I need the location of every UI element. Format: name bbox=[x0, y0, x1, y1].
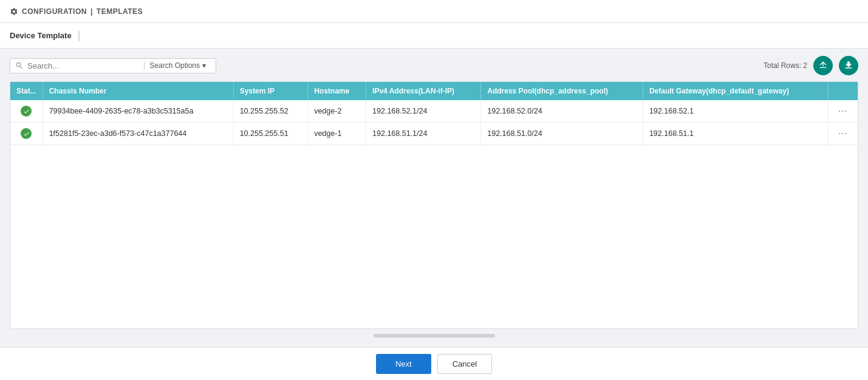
col-header-address-pool: Address Pool(dhcp_address_pool) bbox=[481, 82, 643, 100]
system-ip-cell: 10.255.255.52 bbox=[233, 100, 308, 123]
sub-header: Device Template | bbox=[0, 23, 868, 49]
table-row: 1f5281f5-23ec-a3d6-f573-c47c1a377644 10.… bbox=[10, 123, 858, 145]
templates-label: TEMPLATES bbox=[97, 7, 143, 16]
col-header-ipv4: IPv4 Address(LAN-if-IP) bbox=[366, 82, 481, 100]
status-cell bbox=[10, 100, 43, 123]
chassis-cell: 1f5281f5-23ec-a3d6-f573-c47c1a377644 bbox=[43, 123, 233, 145]
col-header-actions bbox=[828, 82, 858, 100]
system-ip-cell: 10.255.255.51 bbox=[233, 123, 308, 145]
default-gw-cell: 192.168.51.1 bbox=[643, 123, 828, 145]
scroll-indicator bbox=[10, 329, 858, 340]
top-nav: CONFIGURATION | TEMPLATES bbox=[0, 0, 868, 23]
address-pool-cell: 192.168.51.0/24 bbox=[481, 123, 643, 145]
search-icon bbox=[15, 61, 24, 70]
nav-separator: | bbox=[91, 7, 93, 16]
top-nav-title: CONFIGURATION | TEMPLATES bbox=[10, 7, 143, 16]
row-actions-button[interactable]: ··· bbox=[835, 104, 852, 118]
col-header-chassis: Chassis Number bbox=[43, 82, 233, 100]
table-wrapper: Stat... Chassis Number System IP Hostnam… bbox=[10, 81, 858, 329]
checkmark-icon bbox=[23, 131, 30, 137]
status-active-icon bbox=[21, 128, 32, 139]
scroll-track bbox=[374, 334, 495, 338]
actions-cell: ··· bbox=[828, 123, 858, 145]
col-header-status: Stat... bbox=[10, 82, 43, 100]
toolbar: Search Options ▾ Total Rows: 2 bbox=[10, 56, 858, 75]
footer: Next Cancel bbox=[0, 347, 868, 380]
search-input[interactable] bbox=[27, 61, 140, 70]
ipv4-cell: 192.168.51.1/24 bbox=[366, 123, 481, 145]
search-options-button[interactable]: Search Options ▾ bbox=[144, 61, 211, 70]
ipv4-cell: 192.168.52.1/24 bbox=[366, 100, 481, 123]
search-bar: Search Options ▾ bbox=[10, 58, 216, 73]
default-gw-cell: 192.168.52.1 bbox=[643, 100, 828, 123]
download-icon bbox=[844, 61, 853, 70]
actions-cell: ··· bbox=[828, 100, 858, 123]
download-button[interactable] bbox=[839, 56, 858, 75]
hostname-cell: vedge-1 bbox=[308, 123, 366, 145]
sub-header-title: Device Template bbox=[10, 31, 72, 40]
table-body: 79934bee-4409-2635-ec78-a3b3c5315a5a 10.… bbox=[10, 100, 858, 145]
total-rows-label: Total Rows: 2 bbox=[764, 61, 807, 70]
cancel-button[interactable]: Cancel bbox=[437, 354, 492, 374]
hostname-cell: vedge-2 bbox=[308, 100, 366, 123]
next-button[interactable]: Next bbox=[376, 354, 431, 374]
address-pool-cell: 192.168.52.0/24 bbox=[481, 100, 643, 123]
row-actions-button[interactable]: ··· bbox=[835, 127, 852, 140]
table-header: Stat... Chassis Number System IP Hostnam… bbox=[10, 82, 858, 100]
col-header-default-gw: Default Gateway(dhcp_default_gateway) bbox=[643, 82, 828, 100]
chevron-down-icon: ▾ bbox=[202, 61, 206, 70]
devices-table: Stat... Chassis Number System IP Hostnam… bbox=[10, 82, 858, 145]
col-header-hostname: Hostname bbox=[308, 82, 366, 100]
main-content: Search Options ▾ Total Rows: 2 Stat.. bbox=[0, 49, 868, 347]
col-header-system-ip: System IP bbox=[233, 82, 308, 100]
checkmark-icon bbox=[23, 108, 30, 115]
status-active-icon bbox=[21, 106, 32, 117]
chassis-cell: 79934bee-4409-2635-ec78-a3b3c5315a5a bbox=[43, 100, 233, 123]
config-label: CONFIGURATION bbox=[22, 7, 87, 16]
sub-header-sep: | bbox=[78, 29, 81, 42]
toolbar-right: Total Rows: 2 bbox=[764, 56, 858, 75]
upload-icon bbox=[818, 61, 828, 70]
table-row: 79934bee-4409-2635-ec78-a3b3c5315a5a 10.… bbox=[10, 100, 858, 123]
gear-icon bbox=[10, 7, 18, 16]
status-cell bbox=[10, 123, 43, 145]
upload-button[interactable] bbox=[813, 56, 833, 75]
